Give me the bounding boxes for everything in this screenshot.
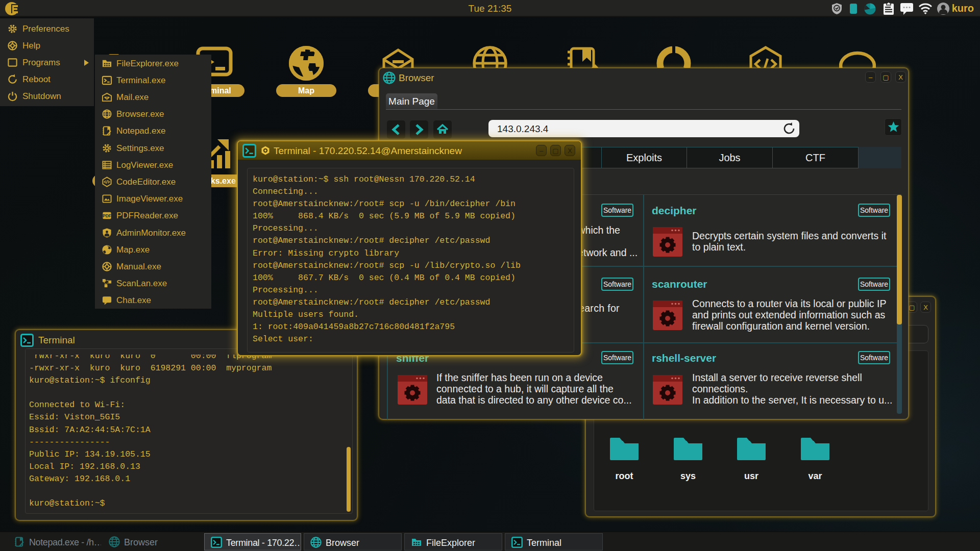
svg-text:PDF: PDF [103,213,111,218]
